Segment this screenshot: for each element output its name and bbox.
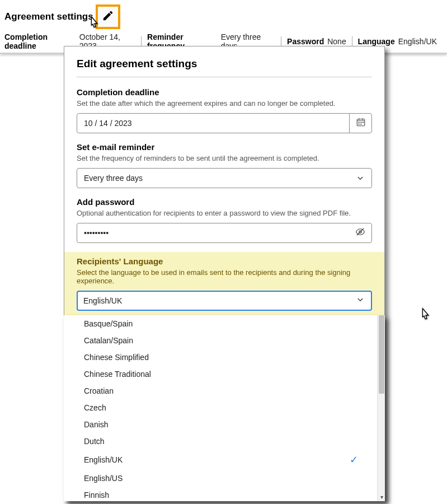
password-desc: Optional authentication for recipients t… — [77, 209, 372, 217]
language-value: English/UK — [398, 37, 437, 46]
language-select-value: English/UK — [83, 296, 355, 305]
language-option-label: Czech — [84, 403, 106, 412]
edit-settings-button[interactable] — [96, 4, 120, 29]
password-input[interactable] — [77, 228, 349, 237]
reminder-value: Every three days — [77, 174, 349, 183]
calendar-icon — [356, 117, 366, 129]
chevron-down-icon — [355, 295, 365, 307]
language-option[interactable]: Chinese Simplified — [67, 349, 377, 366]
language-option-label: Danish — [84, 420, 109, 429]
svg-rect-5 — [360, 122, 361, 123]
language-option[interactable]: English/US — [67, 470, 377, 487]
scroll-thumb[interactable] — [379, 315, 384, 394]
password-title: Add password — [77, 197, 372, 207]
language-select[interactable]: English/UK — [77, 291, 372, 311]
language-option[interactable]: Chinese Traditional — [67, 366, 377, 382]
section-deadline: Completion deadline Set the date after w… — [77, 87, 372, 133]
language-dropdown: Basque/SpainCatalan/SpainChinese Simplif… — [64, 315, 385, 501]
reminder-desc: Set the frequency of reminders to be sen… — [77, 154, 372, 162]
language-option-label: Catalan/Spain — [84, 336, 133, 345]
calendar-button[interactable] — [349, 114, 371, 133]
scrollbar[interactable]: ▾ — [377, 315, 385, 501]
language-option[interactable]: Catalan/Spain — [67, 332, 377, 349]
svg-rect-6 — [358, 124, 359, 125]
deadline-title: Completion deadline — [77, 87, 372, 97]
reminder-title: Set e-mail reminder — [77, 142, 372, 152]
chevron-down-icon — [349, 169, 371, 188]
page-title: Agreement settings — [4, 11, 93, 22]
section-password: Add password Optional authentication for… — [77, 197, 372, 243]
section-language: Recipients' Language Select the language… — [64, 252, 384, 320]
language-option-label: Chinese Simplified — [84, 353, 149, 362]
svg-rect-4 — [358, 122, 359, 123]
language-label: Language — [358, 37, 395, 46]
language-option-label: English/UK — [84, 455, 123, 464]
language-option[interactable]: Croatian — [67, 382, 377, 399]
checkmark-icon: ✓ — [350, 454, 358, 466]
language-option-label: Dutch — [84, 437, 105, 446]
password-value: None — [327, 37, 346, 46]
language-option-label: Basque/Spain — [84, 319, 133, 328]
svg-rect-7 — [360, 124, 361, 125]
eye-off-icon — [355, 227, 365, 239]
deadline-input[interactable] — [77, 119, 349, 128]
modal-divider — [77, 77, 372, 77]
svg-rect-8 — [363, 122, 364, 123]
language-option[interactable]: Czech — [67, 399, 377, 416]
password-label: Password — [287, 37, 324, 46]
language-option-label: Chinese Traditional — [84, 370, 151, 379]
language-option[interactable]: Basque/Spain — [67, 315, 377, 332]
deadline-desc: Set the date after which the agreement e… — [77, 99, 372, 108]
section-reminder: Set e-mail reminder Set the frequency of… — [77, 142, 372, 188]
language-option[interactable]: Danish — [67, 416, 377, 433]
language-option[interactable]: Dutch — [67, 433, 377, 450]
toggle-visibility-button[interactable] — [349, 223, 371, 242]
cursor-pointer-icon — [417, 306, 434, 328]
language-desc: Select the language to be used in emails… — [77, 268, 372, 285]
reminder-select[interactable]: Every three days — [77, 168, 372, 188]
language-title: Recipients' Language — [77, 256, 372, 266]
pencil-icon — [102, 10, 114, 24]
scroll-down-arrow[interactable]: ▾ — [378, 494, 385, 500]
language-option[interactable]: Finnish — [67, 487, 377, 501]
language-option-label: English/US — [84, 474, 123, 483]
language-option[interactable]: English/UK✓ — [67, 450, 377, 470]
password-input-wrap — [77, 223, 372, 243]
language-option-label: Finnish — [84, 491, 109, 500]
language-option-list: Basque/SpainCatalan/SpainChinese Simplif… — [64, 315, 377, 501]
modal-title: Edit agreement settings — [77, 58, 372, 70]
language-option-label: Croatian — [84, 386, 114, 395]
deadline-input-wrap — [77, 113, 372, 133]
